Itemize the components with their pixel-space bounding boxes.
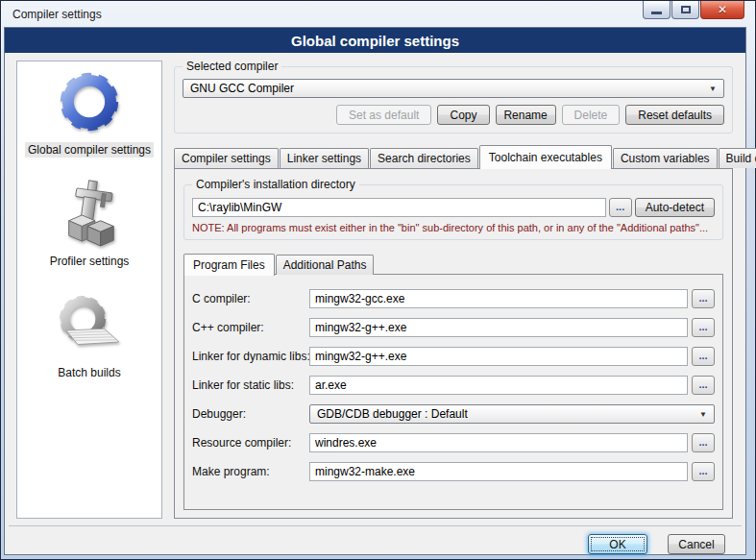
- auto-detect-button[interactable]: Auto-detect: [635, 198, 715, 217]
- dynamic-linker-input[interactable]: [309, 347, 688, 366]
- field-label: Make program:: [192, 465, 305, 478]
- tab-compiler-settings[interactable]: Compiler settings: [174, 148, 279, 168]
- chevron-down-icon: ▼: [699, 410, 707, 419]
- rename-button[interactable]: Rename: [496, 105, 556, 125]
- maximize-icon: [681, 6, 691, 13]
- dialog-header: Global compiler settings: [5, 28, 745, 53]
- dialog-header-title: Global compiler settings: [291, 33, 459, 49]
- make-program-input[interactable]: [309, 462, 688, 481]
- settings-tabstrip: Compiler settings Linker settings Search…: [174, 145, 733, 168]
- minimize-button[interactable]: [643, 1, 671, 19]
- main-panel: Selected compiler GNU GCC Compiler ▼ Set…: [174, 61, 733, 519]
- field-label: Linker for static libs:: [192, 378, 305, 392]
- install-dir-row: ... Auto-detect: [192, 198, 715, 217]
- debugger-select-value: GDB/CDB debugger : Default: [317, 407, 699, 421]
- tab-linker-settings[interactable]: Linker settings: [280, 148, 369, 168]
- sidebar-item-batch-builds[interactable]: Batch builds: [55, 288, 124, 380]
- program-files-subtabs: Program Files Additional Paths: [183, 254, 723, 275]
- field-row-resource-compiler: Resource compiler: ...: [192, 433, 715, 452]
- field-row-make-program: Make program: ...: [192, 462, 715, 481]
- field-label: Resource compiler:: [192, 436, 305, 450]
- title-bar[interactable]: Compiler settings ✕: [4, 1, 746, 27]
- subtab-additional-paths[interactable]: Additional Paths: [276, 255, 375, 275]
- resource-compiler-input[interactable]: [309, 433, 688, 452]
- sidebar-item-label: Global compiler settings: [25, 142, 154, 158]
- ok-button[interactable]: OK: [588, 534, 647, 554]
- compiler-settings-window: Compiler settings ✕ Global compiler sett…: [0, 0, 756, 560]
- field-row-dynamic-linker: Linker for dynamic libs: ...: [192, 347, 715, 366]
- close-icon: ✕: [718, 4, 727, 15]
- resource-compiler-browse-button[interactable]: ...: [692, 433, 715, 452]
- dynamic-linker-browse-button[interactable]: ...: [692, 347, 715, 366]
- sidebar-item-label: Batch builds: [55, 365, 123, 380]
- maximize-button[interactable]: [671, 1, 699, 19]
- tab-toolchain-executables[interactable]: Toolchain executables: [479, 145, 612, 169]
- compiler-select[interactable]: GNU GCC Compiler ▼: [183, 79, 724, 98]
- dialog-body: Global compiler settings: [4, 27, 746, 555]
- window-controls: ✕: [643, 1, 744, 19]
- caliper-blocks-icon: [60, 177, 119, 250]
- set-as-default-button[interactable]: Set as default: [336, 105, 431, 125]
- subtab-program-files[interactable]: Program Files: [183, 254, 275, 276]
- selected-compiler-group-label: Selected compiler: [183, 60, 281, 73]
- c-compiler-input[interactable]: [309, 289, 688, 308]
- copy-button[interactable]: Copy: [437, 105, 489, 125]
- sidebar-item-profiler-settings[interactable]: Profiler settings: [47, 177, 133, 269]
- chevron-down-icon: ▼: [709, 85, 717, 93]
- field-row-c-compiler: C compiler: ...: [192, 289, 715, 308]
- program-files-panel: C compiler: ... C++ compiler: ... Linker…: [183, 274, 723, 510]
- cancel-button[interactable]: Cancel: [668, 534, 725, 554]
- sidebar-item-label: Profiler settings: [47, 254, 133, 269]
- sidebar-item-global-compiler-settings[interactable]: Global compiler settings: [25, 65, 154, 158]
- c-compiler-browse-button[interactable]: ...: [692, 289, 715, 308]
- field-label: C++ compiler:: [192, 321, 305, 334]
- install-dir-group: Compiler's installation directory ... Au…: [183, 184, 723, 240]
- install-dir-input[interactable]: [192, 198, 606, 217]
- debugger-select[interactable]: GDB/CDB debugger : Default ▼: [309, 404, 715, 424]
- field-label: Debugger:: [192, 407, 305, 421]
- compiler-buttons-row: Set as default Copy Rename Delete Reset …: [183, 105, 724, 125]
- settings-category-list: Global compiler settings: [16, 61, 162, 519]
- cpp-compiler-browse-button[interactable]: ...: [692, 318, 715, 337]
- install-dir-note: NOTE: All programs must exist either in …: [192, 222, 715, 233]
- blue-gear-icon: [57, 65, 122, 138]
- reset-defaults-button[interactable]: Reset defaults: [625, 105, 724, 125]
- make-program-browse-button[interactable]: ...: [692, 462, 715, 481]
- gray-gear-stack-icon: [55, 288, 124, 361]
- field-row-cpp-compiler: C++ compiler: ...: [192, 318, 715, 337]
- cpp-compiler-input[interactable]: [309, 318, 688, 337]
- compiler-select-value: GNU GCC Compiler: [190, 82, 709, 95]
- minimize-icon: [651, 12, 662, 14]
- install-dir-browse-button[interactable]: ...: [609, 198, 632, 217]
- delete-button[interactable]: Delete: [562, 105, 621, 125]
- tab-search-directories[interactable]: Search directories: [370, 148, 478, 168]
- install-dir-group-label: Compiler's installation directory: [192, 178, 359, 191]
- dialog-content: Global compiler settings: [5, 53, 745, 521]
- toolchain-executables-panel: Compiler's installation directory ... Au…: [174, 168, 733, 519]
- tab-custom-variables[interactable]: Custom variables: [613, 148, 718, 168]
- selected-compiler-group: Selected compiler GNU GCC Compiler ▼ Set…: [174, 66, 733, 134]
- field-label: C compiler:: [192, 292, 305, 305]
- field-label: Linker for dynamic libs:: [192, 350, 305, 363]
- dialog-footer: OK Cancel: [5, 521, 745, 554]
- close-button[interactable]: ✕: [700, 1, 744, 19]
- window-title: Compiler settings: [12, 8, 102, 21]
- footer-buttons: OK Cancel: [5, 526, 745, 554]
- field-row-debugger: Debugger: GDB/CDB debugger : Default ▼: [192, 404, 715, 424]
- static-linker-browse-button[interactable]: ...: [692, 376, 715, 395]
- static-linker-input[interactable]: [309, 376, 688, 395]
- field-row-static-linker: Linker for static libs: ...: [192, 376, 715, 395]
- tab-build-options[interactable]: Build options: [719, 148, 756, 168]
